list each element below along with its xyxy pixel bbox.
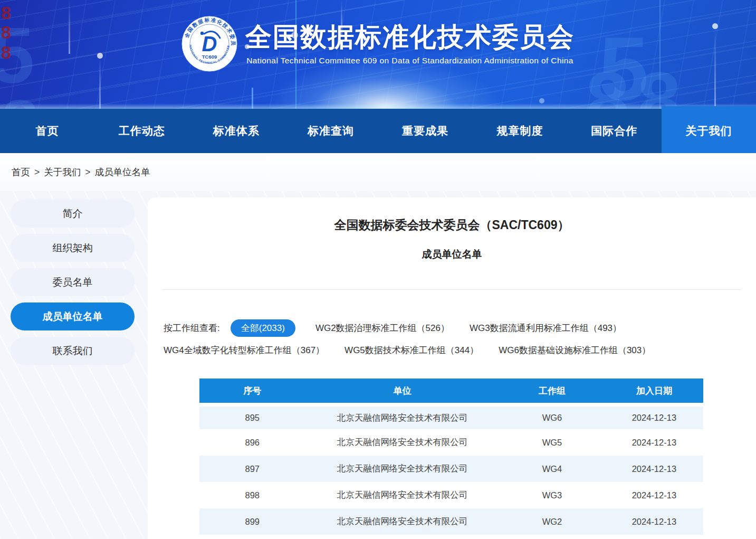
cell-unit: 北京天融信网络安全技术有限公司 — [305, 508, 500, 535]
divider — [162, 289, 741, 290]
nav-item-regulations[interactable]: 规章制度 — [473, 109, 567, 153]
svg-text:D: D — [202, 32, 217, 55]
sidebar-item-committee-list[interactable]: 委员名单 — [11, 268, 135, 296]
filter-wg3[interactable]: WG3数据流通利用标准工作组（493） — [470, 322, 621, 334]
site-subtitle: National Technical Committee 609 on Data… — [245, 56, 575, 65]
nav-item-home[interactable]: 首页 — [0, 109, 94, 153]
cell-join-date: 2024-12-13 — [605, 456, 703, 482]
filter-wg5[interactable]: WG5数据技术标准工作组（344） — [344, 344, 479, 356]
committee-logo-icon[interactable]: 全国数据标准化技术委员会 NATIONAL TECHNICAL COMMITTE… — [181, 16, 237, 72]
breadcrumb-separator: > — [34, 167, 40, 178]
cell-seq: 897 — [199, 456, 305, 482]
member-units-table: 序号 单位 工作组 加入日期 895 北京天融信网络安全技术有限公司 WG6 2… — [199, 379, 703, 535]
cell-join-date: 2024-12-13 — [605, 429, 703, 456]
filter-label: 按工作组查看: — [164, 322, 220, 334]
cell-seq: 898 — [199, 482, 305, 508]
filter-wg4[interactable]: WG4全域数字化转型标准工作组（367） — [164, 344, 324, 356]
table-row: 899 北京天融信网络安全技术有限公司 WG2 2024-12-13 — [199, 508, 703, 535]
nav-item-work-news[interactable]: 工作动态 — [94, 109, 189, 153]
content-area: 简介 组织架构 委员名单 成员单位名单 联系我们 全国数据标委会技术委员会（SA… — [0, 191, 756, 539]
column-header-unit: 单位 — [305, 379, 500, 403]
breadcrumb-current-page: 成员单位名单 — [94, 166, 150, 178]
cell-unit: 北京天融信网络安全技术有限公司 — [305, 403, 500, 429]
filter-wg6[interactable]: WG6数据基础设施标准工作组（303） — [499, 344, 650, 356]
nav-item-achievements[interactable]: 重要成果 — [378, 109, 473, 153]
cell-join-date: 2024-12-13 — [605, 508, 703, 535]
cell-workgroup: WG3 — [499, 482, 605, 508]
page-subtitle: 成员单位名单 — [148, 248, 756, 261]
cell-unit: 北京天融信网络安全技术有限公司 — [305, 429, 500, 456]
column-header-workgroup: 工作组 — [499, 379, 605, 403]
table-row: 897 北京天融信网络安全技术有限公司 WG4 2024-12-13 — [199, 456, 703, 482]
cell-unit: 北京天融信网络安全技术有限公司 — [305, 456, 500, 482]
cell-unit: 北京天融信网络安全技术有限公司 — [305, 482, 500, 508]
table-row: 898 北京天融信网络安全技术有限公司 WG3 2024-12-13 — [199, 482, 703, 508]
cell-seq: 896 — [199, 429, 305, 456]
cell-seq: 895 — [199, 403, 305, 429]
cell-join-date: 2024-12-13 — [605, 482, 703, 508]
sidebar-item-member-units[interactable]: 成员单位名单 — [11, 302, 135, 330]
cell-workgroup: WG4 — [499, 456, 605, 482]
breadcrumb-home[interactable]: 首页 — [12, 166, 30, 178]
table-row: 895 北京天融信网络安全技术有限公司 WG6 2024-12-13 — [199, 403, 703, 429]
sidebar-item-contact[interactable]: 联系我们 — [11, 337, 135, 365]
cell-seq: 899 — [199, 508, 305, 535]
workgroup-filters: 按工作组查看: 全部(2033) WG2数据治理标准工作组（526） WG3数据… — [164, 319, 735, 356]
table-row: 896 北京天融信网络安全技术有限公司 WG5 2024-12-13 — [199, 429, 703, 456]
nav-item-international[interactable]: 国际合作 — [567, 109, 662, 153]
nav-item-standard-query[interactable]: 标准查询 — [283, 109, 378, 153]
filter-all-button[interactable]: 全部(2033) — [231, 319, 295, 337]
svg-text:TC609: TC609 — [202, 54, 217, 60]
cell-workgroup: WG5 — [499, 429, 605, 456]
breadcrumb: 首页 > 关于我们 > 成员单位名单 — [0, 153, 756, 191]
cell-join-date: 2024-12-13 — [605, 403, 703, 429]
site-title: 全国数据标准化技术委员会 — [245, 23, 575, 52]
nav-item-about-us[interactable]: 关于我们 — [662, 106, 756, 153]
brand: 全国数据标准化技术委员会 NATIONAL TECHNICAL COMMITTE… — [0, 0, 756, 72]
main-panel: 全国数据标委会技术委员会（SAC/TC609） 成员单位名单 按工作组查看: 全… — [148, 197, 756, 539]
sidebar-item-intro[interactable]: 简介 — [11, 200, 135, 228]
sidebar-item-structure[interactable]: 组织架构 — [11, 234, 135, 262]
breadcrumb-about[interactable]: 关于我们 — [44, 166, 81, 178]
main-navigation: 首页 工作动态 标准体系 标准查询 重要成果 规章制度 国际合作 关于我们 — [0, 109, 756, 153]
column-header-seq: 序号 — [199, 379, 305, 403]
page-title: 全国数据标委会技术委员会（SAC/TC609） — [148, 217, 756, 233]
sidebar: 简介 组织架构 委员名单 成员单位名单 联系我们 — [0, 191, 148, 539]
breadcrumb-separator: > — [85, 167, 90, 178]
column-header-join-date: 加入日期 — [605, 379, 703, 403]
site-header: 5 8 5 88 888 全国数据标准化技术委员会 NATIONAL TECHN… — [0, 0, 756, 109]
nav-item-standard-system[interactable]: 标准体系 — [189, 109, 283, 153]
cell-workgroup: WG6 — [499, 403, 605, 429]
filter-wg2[interactable]: WG2数据治理标准工作组（526） — [315, 322, 449, 334]
table-header-row: 序号 单位 工作组 加入日期 — [199, 379, 703, 403]
cell-workgroup: WG2 — [499, 508, 605, 535]
